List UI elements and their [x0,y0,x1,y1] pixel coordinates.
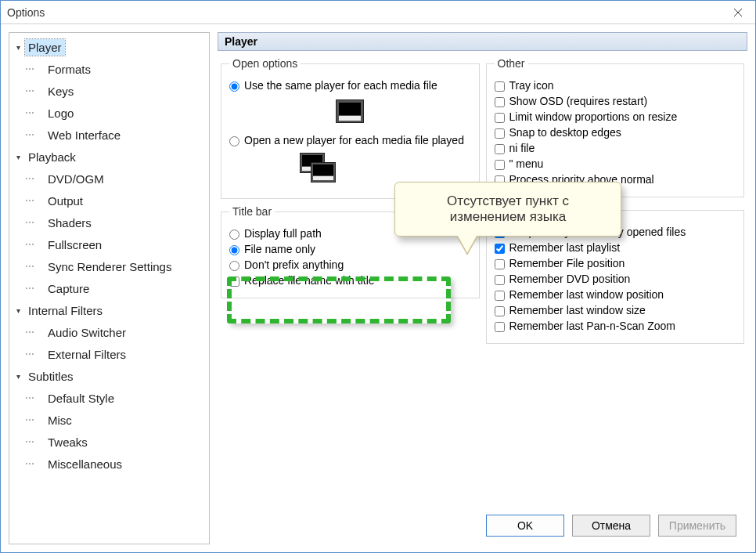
tree-item-formats[interactable]: ⋯Formats [11,58,207,80]
check-show-osd[interactable]: Show OSD (requires restart) [495,95,736,107]
right-column: Other Tray icon Show OSD (requires resta… [486,57,745,504]
body: Player ⋯Formats ⋯Keys ⋯Logo ⋯Web Interfa… [1,24,755,552]
tree-item-dvd-ogm[interactable]: ⋯DVD/OGM [11,168,207,190]
tree-item-audio-switcher[interactable]: ⋯Audio Switcher [11,321,207,343]
player-stack-icon [300,153,339,184]
content-panel: Player Open options Use the same player … [218,32,747,544]
open-options-legend: Open options [229,57,301,70]
check-remember-win-size[interactable]: Remember last window size [495,304,736,316]
other-legend: Other [495,57,528,70]
tree-panel: Player ⋯Formats ⋯Keys ⋯Logo ⋯Web Interfa… [9,32,210,544]
radio-same-player[interactable]: Use the same player for each media file [229,79,471,92]
panel-body: Open options Use the same player for eac… [218,51,747,507]
check-replace-title[interactable]: Replace file name with title [229,274,471,287]
chevron-down-icon [16,306,20,315]
radio-file-name-only-input[interactable] [229,245,239,255]
player-thumb-icon [336,99,364,123]
check-snap-edges[interactable]: Snap to desktop edges [495,126,736,139]
check-remember-file-pos[interactable]: Remember File position [495,257,736,269]
window-title: Options [7,6,45,19]
open-options-group: Open options Use the same player for eac… [221,57,480,199]
tree-item-output[interactable]: ⋯Output [11,190,207,211]
check-ini-file[interactable]: ni file [495,142,736,154]
annotation-callout: Отсутствует пункт с изменением языка [394,182,621,237]
left-column: Open options Use the same player for eac… [221,57,480,504]
tree-item-web-interface[interactable]: ⋯Web Interface [11,124,207,146]
radio-full-path-input[interactable] [229,230,239,240]
radio-new-player[interactable]: Open a new player for each media file pl… [229,134,471,146]
tree-item-playback[interactable]: Playback [11,146,207,168]
chevron-down-icon [16,372,20,381]
tree-item-subtitles[interactable]: Subtitles [11,365,207,387]
close-icon [733,8,743,17]
tree-item-shaders[interactable]: ⋯Shaders [11,211,207,233]
radio-no-prefix-input[interactable] [229,261,239,271]
tree-item-internal-filters[interactable]: Internal Filters [11,299,207,321]
check-remember-playlist[interactable]: Remember last playlist [495,241,736,254]
tree-item-keys[interactable]: ⋯Keys [11,80,207,102]
tree-item-player[interactable]: Player [11,36,207,58]
check-replace-title-input[interactable] [229,276,239,287]
tree-item-logo[interactable]: ⋯Logo [11,102,207,124]
chevron-down-icon [16,43,20,52]
cancel-button[interactable]: Отмена [572,515,650,537]
check-tray-icon[interactable]: Tray icon [495,79,736,92]
title-bar-legend: Title bar [229,205,275,218]
radio-no-prefix[interactable]: Don't prefix anything [229,258,471,271]
apply-button[interactable]: Применить [658,515,736,537]
close-button[interactable] [720,1,755,24]
check-menu[interactable]: " menu [495,157,736,170]
radio-file-name-only[interactable]: File name only [229,243,471,255]
radio-same-player-input[interactable] [229,81,239,92]
titlebar: Options [1,1,755,24]
check-remember-win-pos[interactable]: Remember last window position [495,288,736,301]
tree-item-misc[interactable]: ⋯Misc [11,409,207,431]
tree-item-fullscreen[interactable]: ⋯Fullscreen [11,233,207,255]
tree-item-tweaks[interactable]: ⋯Tweaks [11,431,207,453]
options-window: Options Player ⋯Formats ⋯Keys ⋯Logo ⋯Web… [0,0,756,553]
callout-line2: изменением языка [409,209,607,225]
check-limit-window[interactable]: Limit window proportions on resize [495,110,736,123]
check-remember-dvd-pos[interactable]: Remember DVD position [495,273,736,285]
check-remember-panscan[interactable]: Remember last Pan-n-Scan Zoom [495,320,736,332]
radio-new-player-input[interactable] [229,136,239,146]
callout-line1: Отсутствует пункт с [409,193,607,209]
tree-item-capture[interactable]: ⋯Capture [11,277,207,299]
panel-header: Player [218,32,747,51]
ok-button[interactable]: OK [486,515,564,537]
tree-item-default-style[interactable]: ⋯Default Style [11,387,207,409]
other-group: Other Tray icon Show OSD (requires resta… [486,57,745,197]
chevron-down-icon [16,153,20,161]
tree-item-miscellaneous[interactable]: ⋯Miscellaneous [11,453,207,475]
footer: OK Отмена Применить [218,507,747,544]
tree-item-external-filters[interactable]: ⋯External Filters [11,343,207,365]
options-tree: Player ⋯Formats ⋯Keys ⋯Logo ⋯Web Interfa… [11,36,207,475]
tree-item-sync-renderer[interactable]: ⋯Sync Renderer Settings [11,255,207,277]
